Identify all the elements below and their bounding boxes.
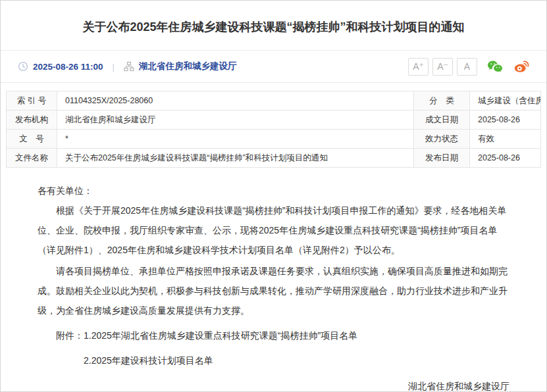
index-number-value: 01104325X/2025-28060 bbox=[57, 91, 414, 110]
doc-number-label: 文 号 bbox=[7, 130, 57, 149]
table-row: 文件名称 关于公布2025年住房城乡建设科技课题“揭榜挂帅”和科技计划项目的通知… bbox=[7, 149, 541, 168]
document-info-table: 索 引 号 01104325X/2025-28060 分 类 城乡建设（含住房）… bbox=[6, 91, 541, 168]
issuing-agency-label: 发布机构 bbox=[7, 110, 57, 130]
document-page: 关于公布2025年住房城乡建设科技课题“揭榜挂帅”和科技计划项目的通知 2025… bbox=[0, 0, 547, 392]
publish-date-value: 2025-08-26 bbox=[470, 149, 541, 168]
table-row: 发布机构 湖北省住房和城乡建设厅 成文日期 2025-08-26 bbox=[7, 110, 541, 130]
doc-number-value: * bbox=[57, 130, 414, 149]
validity-status-value: 有效 bbox=[470, 130, 541, 149]
wechat-share-icon[interactable] bbox=[486, 59, 504, 74]
toolbar: A⁺ A⁻ A bbox=[404, 58, 529, 76]
attachment-item-2: 2.2025年建设科技计划项目名单 bbox=[38, 351, 509, 370]
table-row: 索 引 号 01104325X/2025-28060 分 类 城乡建设（含住房） bbox=[7, 91, 541, 110]
validity-status-label: 效力状态 bbox=[414, 130, 470, 149]
page-title: 关于公布2025年住房城乡建设科技课题“揭榜挂帅”和科技计划项目的通知 bbox=[40, 19, 507, 35]
attachment-line-1: 附件：1.2025年湖北省住房城乡建设重点科技研究课题“揭榜挂帅”项目名单 bbox=[38, 326, 509, 345]
meta-info: 2025-08-26 11:00 | 湖北省住房和城乡建设厅 bbox=[18, 61, 236, 72]
signature-agency: 湖北省住房和城乡建设厅 bbox=[38, 380, 509, 392]
attachment-item-1: 1.2025年湖北省住房城乡建设重点科技研究课题“揭榜挂帅”项目名单 bbox=[84, 330, 357, 341]
attachments-label: 附件： bbox=[56, 330, 84, 341]
meta-bar: 2025-08-26 11:00 | 湖北省住房和城乡建设厅 A⁺ A⁻ A bbox=[1, 51, 546, 83]
meta-separator: | bbox=[113, 62, 115, 72]
body-paragraph-1: 根据《关于开展2025年住房城乡建设科技课题“揭榜挂帅”和科技计划项目申报工作的… bbox=[38, 201, 509, 260]
salutation: 各有关单位： bbox=[38, 181, 509, 201]
issuing-agency-value: 湖北省住房和城乡建设厅 bbox=[57, 110, 414, 130]
file-name-value: 关于公布2025年住房城乡建设科技课题“揭榜挂帅”和科技计划项目的通知 bbox=[57, 149, 414, 168]
category-label: 分 类 bbox=[414, 91, 470, 110]
document-body: 各有关单位： 根据《关于开展2025年住房城乡建设科技课题“揭榜挂帅”和科技计划… bbox=[38, 181, 509, 392]
weibo-share-icon[interactable] bbox=[513, 59, 529, 74]
table-row: 文 号 * 效力状态 有效 bbox=[7, 130, 541, 149]
clock-icon bbox=[18, 61, 28, 72]
written-date-value: 2025-08-26 bbox=[470, 110, 541, 130]
publish-datetime: 2025-08-26 11:00 bbox=[33, 62, 103, 72]
publish-date-label: 发布日期 bbox=[414, 149, 470, 168]
body-paragraph-2: 请各项目揭榜单位、承担单位严格按照申报承诺及课题任务要求，认真组织实施，确保项目… bbox=[38, 261, 509, 320]
category-value: 城乡建设（含住房） bbox=[470, 91, 541, 110]
file-name-label: 文件名称 bbox=[7, 149, 57, 168]
font-size-reset-button[interactable]: A bbox=[457, 58, 477, 76]
index-number-label: 索 引 号 bbox=[7, 91, 57, 110]
font-size-decrease-button[interactable]: A⁻ bbox=[432, 58, 453, 76]
source-link[interactable]: 湖北省住房和城乡建设厅 bbox=[139, 61, 237, 72]
sitemap-icon bbox=[124, 61, 134, 72]
font-size-increase-button[interactable]: A⁺ bbox=[408, 58, 429, 76]
written-date-label: 成文日期 bbox=[414, 110, 470, 130]
